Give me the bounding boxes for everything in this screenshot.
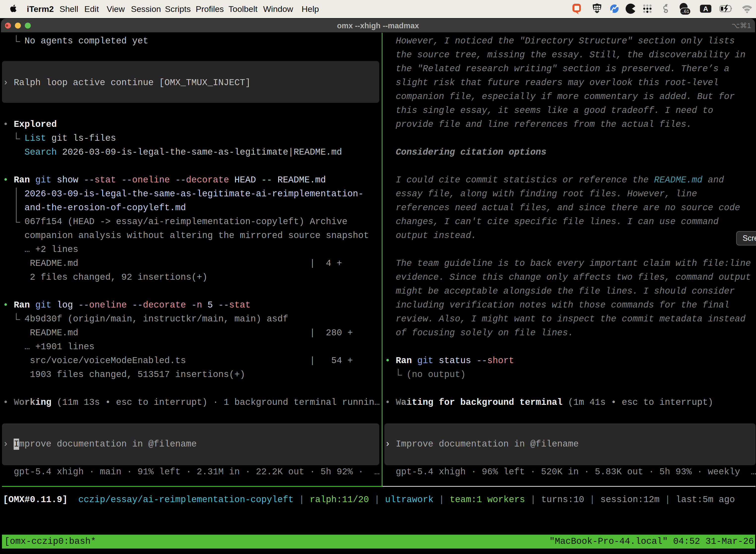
svg-text:A: A xyxy=(703,5,708,13)
svg-text:..61: ..61 xyxy=(681,9,689,14)
